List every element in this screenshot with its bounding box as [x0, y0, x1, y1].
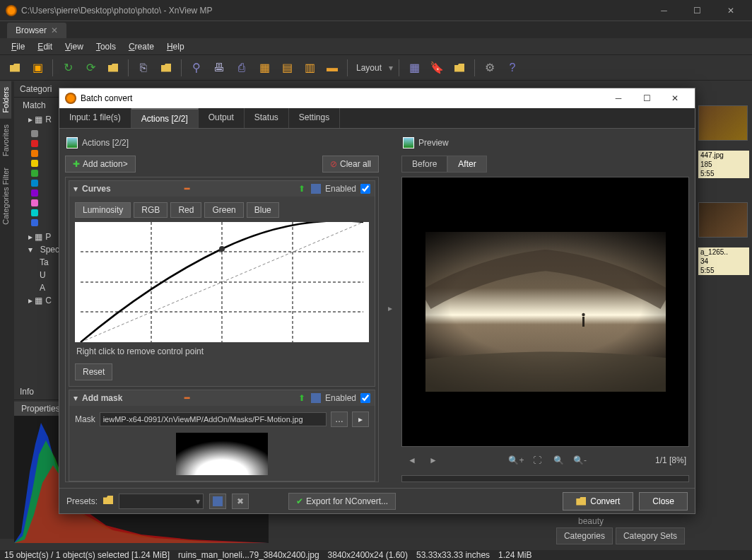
tab-input[interactable]: Input: 1 file(s): [59, 108, 131, 128]
curves-canvas[interactable]: [75, 222, 369, 342]
menu-file[interactable]: File: [6, 40, 30, 54]
star-icon[interactable]: [31, 199, 38, 206]
save-preset-icon[interactable]: [311, 393, 321, 403]
folder2-icon[interactable]: [450, 59, 469, 77]
collapse-icon[interactable]: ▾: [74, 184, 78, 194]
dialog-close-button[interactable]: ✕: [661, 88, 689, 108]
enabled-checkbox[interactable]: [360, 393, 370, 403]
preview-scrollbar[interactable]: [401, 475, 689, 482]
open-icon[interactable]: [6, 59, 24, 77]
preset-combo[interactable]: ▾: [119, 494, 204, 509]
channel-luminosity[interactable]: Luminosity: [75, 202, 131, 218]
star-icon[interactable]: [31, 209, 38, 216]
splitter-handle[interactable]: ▸: [384, 129, 396, 488]
preview-viewport[interactable]: [401, 177, 689, 447]
preset-save-button[interactable]: [209, 494, 226, 509]
channel-blue[interactable]: Blue: [247, 202, 279, 218]
menu-create[interactable]: Create: [123, 40, 160, 54]
move-icon[interactable]: [157, 59, 175, 77]
sidetab-folders[interactable]: Folders: [0, 81, 11, 119]
star-icon[interactable]: [31, 160, 38, 167]
star-icon[interactable]: [31, 219, 38, 226]
channel-red[interactable]: Red: [170, 202, 201, 218]
thumb1-icon[interactable]: ▦: [405, 59, 423, 77]
zoom-fit-icon[interactable]: ⛶: [529, 453, 545, 468]
menu-help[interactable]: Help: [161, 40, 190, 54]
star-icon[interactable]: [31, 130, 38, 137]
wallpaper-icon[interactable]: ▬: [323, 59, 341, 77]
batch-icon[interactable]: ▤: [278, 59, 296, 77]
move-up-icon[interactable]: ⬆: [297, 393, 307, 403]
tab-settings[interactable]: Settings: [289, 108, 340, 128]
prev-image-button[interactable]: ◄: [404, 453, 420, 468]
save-preset-icon[interactable]: [311, 184, 321, 194]
sidetab-catfilter[interactable]: Categories Filter: [0, 162, 11, 231]
mask-action: ▾ Add mask ━ ⬆ Enabled Mask …: [69, 390, 375, 482]
close-dialog-button[interactable]: Close: [639, 492, 688, 511]
browse-button[interactable]: …: [331, 412, 348, 427]
status-selection: 15 object(s) / 1 object(s) selected [1.2…: [4, 550, 170, 560]
menu-tools[interactable]: Tools: [90, 40, 122, 54]
tab-actions[interactable]: Actions [2/2]: [131, 108, 199, 128]
star-icon[interactable]: [31, 189, 38, 197]
reload-icon[interactable]: ⟳: [81, 59, 100, 77]
dialog-maximize-button[interactable]: ☐: [633, 88, 661, 108]
preset-delete-button[interactable]: ✖: [232, 494, 249, 509]
status-inches: 53.33x33.33 inches: [416, 550, 490, 560]
enabled-checkbox[interactable]: [360, 184, 370, 194]
preset-folder-icon[interactable]: [103, 496, 113, 506]
close-button[interactable]: ✕: [715, 1, 746, 21]
maximize-button[interactable]: ☐: [681, 1, 713, 21]
batch2-icon[interactable]: ▥: [300, 59, 319, 77]
chevron-down-icon[interactable]: ▾: [389, 63, 393, 73]
tab-browser[interactable]: Browser ✕: [7, 23, 66, 38]
close-icon[interactable]: ✕: [51, 25, 58, 35]
refresh-icon[interactable]: ↻: [59, 59, 77, 77]
help-icon[interactable]: ?: [503, 59, 522, 77]
tab-after[interactable]: After: [447, 156, 486, 173]
star-icon[interactable]: [31, 150, 38, 157]
thumbnail-column: 447.jpg 185 5:55 a_1265.. 34 5:55: [695, 81, 752, 550]
tab-category-sets[interactable]: Category Sets: [616, 527, 685, 544]
move-up-icon[interactable]: ⬆: [297, 184, 307, 194]
tab-output[interactable]: Output: [199, 108, 245, 128]
settings-icon[interactable]: ⚙: [481, 59, 499, 77]
remove-icon[interactable]: ━: [184, 393, 189, 403]
convert-button[interactable]: Convert: [563, 492, 633, 511]
menu-edit[interactable]: Edit: [32, 40, 58, 54]
up-folder-icon[interactable]: [104, 59, 122, 77]
tab-status[interactable]: Status: [245, 108, 289, 128]
star-icon[interactable]: [31, 170, 38, 177]
sidetab-favorites[interactable]: Favorites: [0, 119, 11, 162]
channel-rgb[interactable]: RGB: [134, 202, 168, 218]
print-icon[interactable]: 🖶: [210, 59, 228, 77]
mask-path-input[interactable]: [100, 412, 327, 426]
zoom-out-icon[interactable]: 🔍-: [572, 453, 587, 468]
export-nconvert-button[interactable]: ✔ Export for NConvert...: [288, 493, 396, 510]
star-icon[interactable]: [31, 180, 38, 187]
remove-icon[interactable]: ━: [184, 184, 189, 194]
next-mask-button[interactable]: ▸: [352, 412, 369, 427]
dialog-minimize-button[interactable]: ─: [604, 88, 633, 108]
menu-view[interactable]: View: [59, 40, 89, 54]
thumbnail[interactable]: [698, 202, 748, 238]
minimize-button[interactable]: ─: [648, 1, 680, 21]
convert-icon[interactable]: ▦: [255, 59, 274, 77]
copy-icon[interactable]: ⎘: [134, 59, 153, 77]
fullscreen-icon[interactable]: ▣: [28, 59, 47, 77]
search-icon[interactable]: ⚲: [187, 59, 206, 77]
tab-before[interactable]: Before: [401, 156, 447, 173]
clear-all-button[interactable]: ⊘ Clear all: [322, 156, 379, 173]
collapse-icon[interactable]: ▾: [74, 393, 78, 403]
thumbnail[interactable]: [698, 105, 748, 141]
reset-button[interactable]: Reset: [75, 363, 112, 380]
zoom-in-icon[interactable]: 🔍+: [508, 453, 524, 468]
star-icon[interactable]: [31, 140, 38, 147]
add-action-button[interactable]: ✚ Add action>: [65, 156, 136, 173]
zoom-100-icon[interactable]: 🔍: [551, 453, 566, 468]
tag-icon[interactable]: 🔖: [428, 59, 446, 77]
scan-icon[interactable]: ⎙: [233, 59, 251, 77]
channel-green[interactable]: Green: [204, 202, 243, 218]
next-image-button[interactable]: ►: [425, 453, 441, 468]
tab-categories[interactable]: Categories: [556, 527, 613, 544]
